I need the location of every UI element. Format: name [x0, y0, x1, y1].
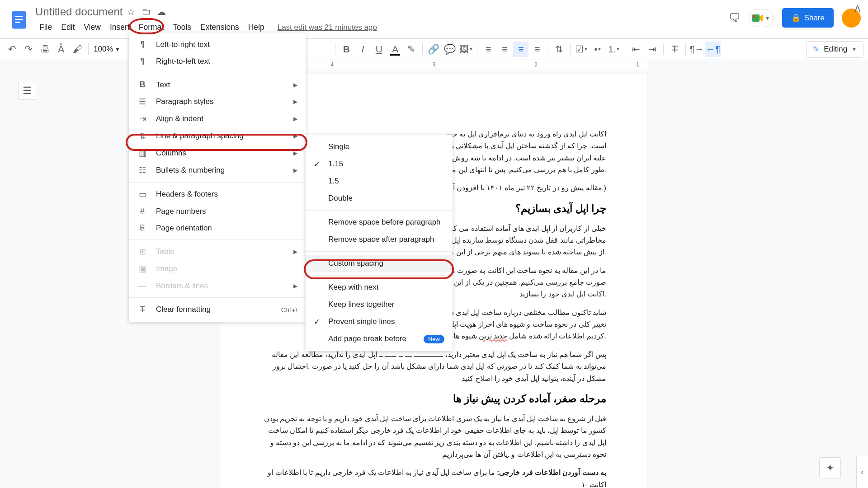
align-left-icon[interactable]: ≡	[481, 42, 496, 57]
format-columns[interactable]: ▥Columns▶	[129, 145, 306, 162]
line-spacing-icon[interactable]: ⇅	[552, 42, 567, 57]
print-icon[interactable]: 🖶	[37, 42, 52, 57]
borders-icon: —	[137, 281, 148, 291]
zoom-select[interactable]: 100% ▼	[92, 45, 122, 54]
menu-tools[interactable]: Tools	[169, 21, 195, 34]
image-insert-icon[interactable]: 🖼 ▼	[458, 42, 474, 57]
align-justify-icon[interactable]: ≡	[529, 42, 545, 57]
redo-icon[interactable]: ↷	[21, 42, 36, 57]
lock-icon: 🔒	[791, 13, 801, 23]
keep-lines-together[interactable]: Keep lines together	[306, 296, 453, 313]
move-icon[interactable]: 🗀	[142, 6, 151, 17]
para-styles-icon: ☰	[137, 97, 148, 107]
menu-file[interactable]: File	[35, 21, 56, 34]
docs-logo[interactable]	[7, 8, 31, 32]
link-icon[interactable]: 🔗	[426, 42, 441, 57]
spacing-15[interactable]: 1.5	[306, 173, 453, 190]
remove-space-after[interactable]: Remove space after paragraph	[306, 231, 453, 248]
format-clear[interactable]: T̶Clear formattingCtrl+\	[129, 301, 306, 318]
format-align[interactable]: ⇥Align & indent▶	[129, 110, 306, 127]
page-num-icon: #	[137, 206, 148, 216]
remove-space-before[interactable]: Remove space before paragraph	[306, 214, 453, 231]
numbered-list-icon[interactable]: 1. ▼	[606, 42, 622, 57]
bold-menu-icon: B	[137, 80, 148, 89]
format-dropdown: ¶‎Left-to-right text ¶Right-to-left text…	[129, 33, 306, 322]
spacing-115[interactable]: ✓1.15	[306, 155, 453, 173]
cloud-icon[interactable]: ☁	[157, 6, 166, 17]
rtl-icon[interactable]: ←¶	[705, 42, 721, 57]
format-para-styles[interactable]: ☰Paragraph styles▶	[129, 93, 306, 110]
editing-mode[interactable]: ✎ Editing ▼	[806, 41, 863, 58]
star-icon[interactable]: ☆	[127, 6, 135, 17]
side-panel-toggle[interactable]: ‹	[856, 456, 868, 488]
comment-icon[interactable]: 💬	[442, 42, 458, 57]
italic-icon[interactable]: I	[355, 42, 370, 57]
bold-icon[interactable]: B	[339, 42, 354, 57]
svg-marker-5	[760, 14, 763, 22]
check-icon: ✓	[314, 160, 320, 169]
last-edit[interactable]: Last edit was 21 minutes ago	[278, 23, 377, 32]
doc-title[interactable]: Untitled document	[35, 5, 123, 18]
spacing-icon: ⇅	[137, 131, 148, 141]
indent-increase-icon[interactable]: ⇥	[645, 42, 660, 57]
columns-icon: ▥	[137, 148, 148, 158]
new-badge: New	[424, 335, 444, 343]
format-rtl[interactable]: ¶Right-to-left text	[129, 53, 306, 70]
clear-icon: T̶	[137, 305, 148, 314]
menu-format[interactable]: Format	[135, 21, 168, 34]
menu-extensions[interactable]: Extensions	[196, 21, 243, 34]
align-center-icon[interactable]: ≡	[497, 42, 512, 57]
format-line-spacing[interactable]: ⇅Line & paragraph spacing▶	[129, 127, 306, 145]
collapse-icon[interactable]: ᐱ	[854, 4, 861, 14]
underline-icon[interactable]: U	[371, 42, 387, 57]
clear-format-icon[interactable]: T̶	[667, 42, 682, 57]
outline-icon[interactable]: ☰	[18, 82, 36, 100]
explore-icon[interactable]: ✦	[819, 457, 841, 479]
spacing-double[interactable]: Double	[306, 190, 453, 207]
format-orientation[interactable]: ⎘Page orientation	[129, 220, 306, 236]
format-headers[interactable]: ▭Headers & footers	[129, 186, 306, 203]
image-icon: ▣	[137, 264, 148, 274]
format-bullets[interactable]: ☷Bullets & numbering▶	[129, 162, 306, 179]
share-button[interactable]: 🔒 Share	[782, 8, 834, 28]
align-right-icon[interactable]: ≡	[513, 42, 528, 57]
ltr-icon[interactable]: ¶→	[689, 42, 704, 57]
format-table: ⊞Table▶	[129, 243, 306, 260]
format-borders: —Borders & lines▶	[129, 277, 306, 294]
indent-decrease-icon[interactable]: ⇤	[628, 42, 644, 57]
highlight-icon[interactable]: ✎	[404, 42, 419, 57]
bullet-list-icon[interactable]: • ▼	[590, 42, 605, 57]
add-page-break-before[interactable]: Add page break beforeNew	[306, 330, 453, 347]
svg-rect-2	[15, 19, 23, 20]
spellcheck-icon[interactable]: Ǎ	[53, 42, 69, 57]
checklist-icon[interactable]: ☑ ▼	[574, 42, 589, 57]
menu-view[interactable]: View	[80, 21, 105, 34]
format-page-numbers[interactable]: #Page numbers	[129, 203, 306, 220]
headers-icon: ▭	[137, 189, 148, 199]
menu-insert[interactable]: Insert	[106, 21, 134, 34]
keep-with-next[interactable]: Keep with next	[306, 279, 453, 296]
prevent-single-lines[interactable]: ✓Prevent single lines	[306, 313, 453, 330]
format-image: ▣Image	[129, 260, 306, 277]
paint-format-icon[interactable]: 🖌	[70, 42, 85, 57]
custom-spacing[interactable]: Custom spacing	[306, 255, 453, 272]
format-ltr[interactable]: ¶‎Left-to-right text	[129, 36, 306, 53]
indent-icon: ⇥	[137, 114, 148, 124]
meet-button[interactable]: ▼	[749, 9, 774, 27]
spacing-single[interactable]: Single	[306, 138, 453, 155]
format-text[interactable]: BText▶	[129, 76, 306, 93]
heading-step0: مرحله صفر، آماده کردن پیش نیاز ها	[261, 393, 606, 405]
menu-edit[interactable]: Edit	[57, 21, 79, 34]
menu-help[interactable]: Help	[244, 21, 269, 34]
text-color-icon[interactable]: A	[387, 42, 403, 57]
svg-point-6	[753, 15, 755, 18]
svg-rect-1	[15, 16, 23, 17]
table-icon: ⊞	[137, 247, 148, 257]
ltr-para-icon: ¶‎	[137, 40, 148, 49]
check-icon: ✓	[314, 317, 320, 327]
orientation-icon: ⎘	[137, 223, 148, 233]
comment-history-icon[interactable]: 🗨	[729, 11, 741, 25]
bullets-icon: ☷	[137, 165, 148, 175]
rtl-para-icon: ¶	[137, 56, 148, 66]
undo-icon[interactable]: ↶	[5, 42, 20, 57]
